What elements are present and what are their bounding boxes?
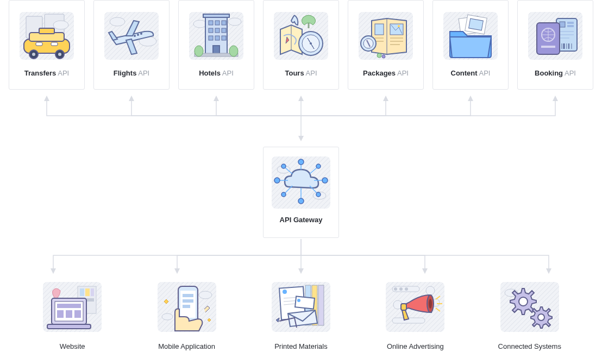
svg-rect-30 — [215, 28, 220, 33]
svg-rect-99 — [85, 288, 90, 296]
client-label: Website — [60, 342, 85, 350]
api-card-packages: Packages API — [348, 0, 424, 90]
svg-point-55 — [382, 55, 385, 58]
svg-rect-49 — [375, 24, 384, 35]
api-label: Transfers API — [24, 69, 69, 77]
api-card-content: Content API — [432, 0, 509, 90]
gateway-label: API Gateway — [280, 216, 323, 224]
api-card-tours: Tours API — [263, 0, 339, 90]
svg-rect-26 — [209, 21, 213, 25]
api-card-flights: Flights API — [93, 0, 170, 90]
svg-rect-116 — [183, 299, 193, 303]
svg-rect-34 — [222, 36, 226, 40]
svg-rect-14 — [51, 42, 58, 46]
catalog-icon — [353, 6, 418, 66]
client-advertising: Online Advertising — [369, 277, 461, 350]
svg-point-22 — [193, 20, 206, 28]
hotel-icon — [184, 6, 249, 66]
svg-rect-106 — [66, 310, 72, 318]
svg-point-11 — [32, 53, 35, 56]
svg-point-94 — [316, 164, 321, 168]
passport-ticket-icon — [523, 6, 588, 66]
svg-rect-62 — [560, 22, 565, 27]
svg-rect-107 — [74, 310, 81, 318]
client-row: Website Mobile Application — [0, 277, 602, 350]
client-label: Mobile Application — [158, 342, 215, 350]
svg-point-23 — [228, 18, 241, 26]
svg-point-147 — [538, 314, 544, 321]
svg-rect-115 — [183, 294, 193, 297]
svg-point-110 — [199, 291, 212, 299]
svg-point-134 — [426, 286, 435, 295]
api-label: Flights API — [114, 69, 149, 77]
svg-point-123 — [283, 290, 287, 294]
svg-point-88 — [298, 159, 304, 165]
svg-point-5 — [53, 21, 68, 29]
svg-point-90 — [274, 178, 280, 183]
svg-rect-100 — [91, 288, 94, 296]
svg-point-38 — [229, 46, 238, 57]
svg-point-95 — [316, 192, 321, 197]
gateway-card: API Gateway — [263, 147, 339, 238]
documents-icon — [268, 277, 334, 337]
compass-map-icon — [268, 6, 334, 66]
api-card-hotels: Hotels API — [178, 0, 254, 90]
svg-rect-33 — [215, 36, 220, 40]
megaphone-icon — [382, 277, 448, 337]
client-mobile: Mobile Application — [141, 277, 233, 350]
svg-rect-105 — [57, 310, 64, 318]
svg-rect-59 — [469, 18, 484, 30]
api-label: Packages API — [363, 69, 409, 77]
svg-point-89 — [298, 198, 304, 204]
cloud-nodes-icon — [268, 153, 334, 212]
svg-point-18 — [140, 33, 142, 35]
svg-rect-127 — [295, 296, 315, 309]
taxi-icon — [14, 6, 79, 66]
api-card-booking: Booking API — [517, 0, 593, 90]
svg-point-133 — [405, 287, 408, 291]
svg-rect-121 — [318, 285, 324, 325]
client-label: Connected Systems — [498, 342, 561, 350]
svg-point-16 — [110, 17, 125, 26]
client-label: Online Advertising — [387, 342, 444, 350]
svg-rect-25 — [203, 14, 229, 17]
svg-rect-28 — [222, 21, 226, 25]
svg-rect-32 — [209, 36, 213, 40]
api-row: Transfers API Flights API — [0, 0, 602, 90]
svg-rect-29 — [209, 28, 213, 33]
svg-rect-104 — [57, 304, 81, 308]
svg-rect-64 — [567, 25, 574, 27]
svg-point-42 — [310, 42, 312, 45]
svg-rect-117 — [183, 305, 190, 308]
client-website: Website — [26, 277, 118, 350]
svg-point-111 — [162, 313, 173, 320]
svg-point-128 — [297, 299, 300, 302]
api-label: Hotels API — [199, 69, 234, 77]
svg-rect-108 — [47, 324, 91, 329]
svg-rect-63 — [567, 22, 574, 24]
api-label: Tours API — [285, 69, 317, 77]
svg-point-19 — [137, 34, 139, 36]
laptop-icon — [40, 277, 105, 337]
svg-rect-98 — [80, 288, 84, 296]
svg-point-37 — [195, 46, 203, 57]
svg-point-93 — [281, 192, 286, 197]
svg-point-91 — [322, 178, 328, 183]
client-systems: Connected Systems — [484, 277, 576, 350]
svg-point-54 — [377, 53, 381, 58]
api-architecture-diagram: Transfers API Flights API — [0, 0, 602, 364]
svg-rect-31 — [222, 28, 226, 33]
svg-point-45 — [398, 25, 400, 27]
svg-rect-27 — [215, 21, 220, 25]
svg-point-139 — [429, 299, 432, 309]
api-label: Booking API — [535, 69, 576, 77]
api-label: Content API — [451, 69, 491, 77]
svg-point-92 — [281, 164, 286, 168]
gears-icon — [497, 277, 562, 337]
svg-point-146 — [519, 297, 528, 306]
svg-point-131 — [394, 287, 397, 291]
client-printed: Printed Materials — [255, 277, 347, 350]
api-card-transfers: Transfers API — [9, 0, 85, 90]
svg-rect-140 — [401, 304, 406, 310]
svg-rect-8 — [39, 28, 54, 34]
